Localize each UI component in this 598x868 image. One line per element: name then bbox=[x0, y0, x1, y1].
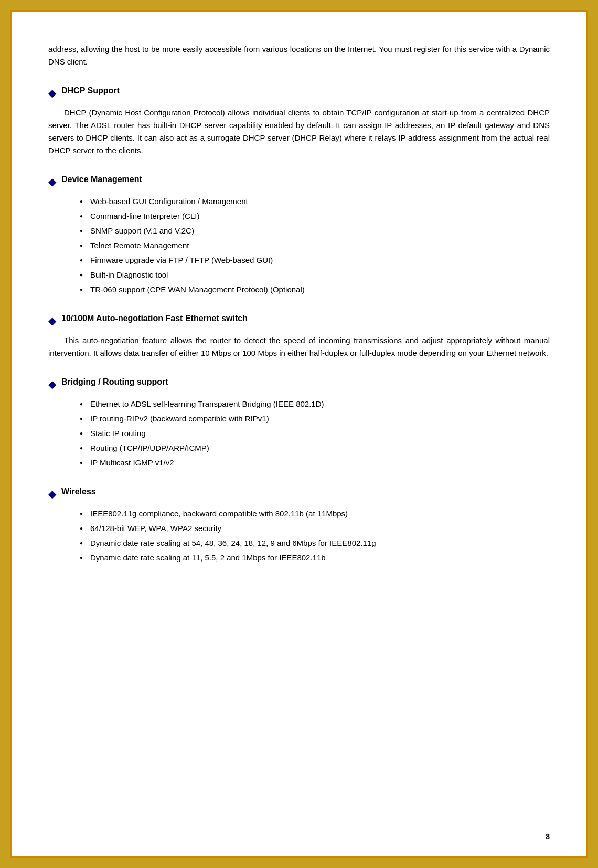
section-body-device-management: Web-based GUI Configuration / Management… bbox=[48, 195, 550, 296]
section-title-bridging-routing: Bridging / Routing support bbox=[61, 375, 168, 389]
section-paragraph-dhcp-support: DHCP (Dynamic Host Configuration Protoco… bbox=[48, 107, 550, 157]
list-item: IP Multicast IGMP v1/v2 bbox=[80, 457, 550, 469]
list-item: Dynamic date rate scaling at 11, 5.5, 2 … bbox=[80, 552, 550, 564]
intro-paragraph: address, allowing the host to be more ea… bbox=[48, 43, 550, 68]
list-item: Telnet Remote Management bbox=[80, 239, 550, 252]
section-bridging-routing: ◆Bridging / Routing supportEthernet to A… bbox=[48, 375, 550, 469]
section-list-wireless: IEEE802.11g compliance, backward compati… bbox=[80, 507, 550, 564]
diamond-icon: ◆ bbox=[48, 485, 56, 502]
list-item: Static IP routing bbox=[80, 427, 550, 440]
list-item: Built-in Diagnostic tool bbox=[80, 269, 550, 281]
intro-text: address, allowing the host to be more ea… bbox=[48, 43, 550, 68]
section-header-wireless: ◆Wireless bbox=[48, 485, 550, 502]
page-content: address, allowing the host to be more ea… bbox=[48, 43, 550, 564]
section-device-management: ◆Device ManagementWeb-based GUI Configur… bbox=[48, 173, 550, 296]
diamond-icon: ◆ bbox=[48, 312, 56, 329]
section-fast-ethernet: ◆10/100M Auto-negotiation Fast Ethernet … bbox=[48, 312, 550, 359]
section-paragraph-fast-ethernet: This auto-negotiation feature allows the… bbox=[48, 334, 550, 359]
page-number: 8 bbox=[546, 832, 550, 841]
section-list-bridging-routing: Ethernet to ADSL self-learning Transpare… bbox=[80, 398, 550, 469]
section-body-wireless: IEEE802.11g compliance, backward compati… bbox=[48, 507, 550, 564]
section-header-dhcp-support: ◆DHCP Support bbox=[48, 84, 550, 101]
section-dhcp-support: ◆DHCP SupportDHCP (Dynamic Host Configur… bbox=[48, 84, 550, 157]
list-item: Routing (TCP/IP/UDP/ARP/ICMP) bbox=[80, 442, 550, 454]
sections-container: ◆DHCP SupportDHCP (Dynamic Host Configur… bbox=[48, 84, 550, 564]
section-wireless: ◆WirelessIEEE802.11g compliance, backwar… bbox=[48, 485, 550, 564]
list-item: Dynamic date rate scaling at 54, 48, 36,… bbox=[80, 537, 550, 549]
list-item: Ethernet to ADSL self-learning Transpare… bbox=[80, 398, 550, 410]
section-title-device-management: Device Management bbox=[61, 173, 142, 186]
list-item: TR-069 support (CPE WAN Management Proto… bbox=[80, 283, 550, 296]
section-header-bridging-routing: ◆Bridging / Routing support bbox=[48, 375, 550, 393]
section-title-dhcp-support: DHCP Support bbox=[61, 84, 120, 98]
section-title-fast-ethernet: 10/100M Auto-negotiation Fast Ethernet s… bbox=[61, 312, 248, 325]
diamond-icon: ◆ bbox=[48, 376, 56, 393]
diamond-icon: ◆ bbox=[48, 84, 56, 101]
list-item: Command-line Interpreter (CLI) bbox=[80, 210, 550, 223]
section-body-dhcp-support: DHCP (Dynamic Host Configuration Protoco… bbox=[48, 107, 550, 157]
list-item: Firmware upgrade via FTP / TFTP (Web-bas… bbox=[80, 254, 550, 267]
list-item: 64/128-bit WEP, WPA, WPA2 security bbox=[80, 522, 550, 535]
section-header-device-management: ◆Device Management bbox=[48, 173, 550, 190]
section-body-fast-ethernet: This auto-negotiation feature allows the… bbox=[48, 334, 550, 359]
list-item: IEEE802.11g compliance, backward compati… bbox=[80, 507, 550, 520]
section-list-device-management: Web-based GUI Configuration / Management… bbox=[80, 195, 550, 296]
list-item: Web-based GUI Configuration / Management bbox=[80, 195, 550, 208]
section-title-wireless: Wireless bbox=[61, 485, 96, 499]
page-container: address, allowing the host to be more ea… bbox=[10, 10, 588, 858]
list-item: SNMP support (V.1 and V.2C) bbox=[80, 225, 550, 237]
section-header-fast-ethernet: ◆10/100M Auto-negotiation Fast Ethernet … bbox=[48, 312, 550, 329]
list-item: IP routing-RIPv2 (backward compatible wi… bbox=[80, 412, 550, 425]
section-body-bridging-routing: Ethernet to ADSL self-learning Transpare… bbox=[48, 398, 550, 469]
diamond-icon: ◆ bbox=[48, 173, 56, 190]
